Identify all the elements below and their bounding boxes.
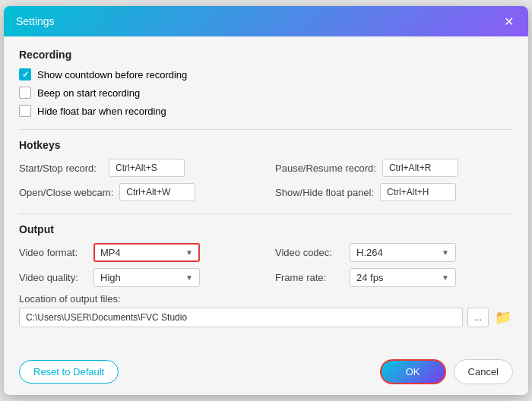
browse-dots-button[interactable]: ... [467, 308, 489, 327]
output-grid: Video format: MP4 ▼ Video codec: H.264 ▼… [19, 243, 513, 287]
output-section-title: Output [19, 223, 513, 235]
hotkey-row-2: Pause/Resume record: Ctrl+Alt+R [275, 159, 513, 177]
divider2 [19, 213, 513, 214]
recording-option3-label: Hide float bar when recording [37, 106, 166, 117]
recording-section-title: Recording [19, 49, 513, 61]
hotkeys-section-title: Hotkeys [19, 139, 513, 151]
hotkey-label-4: Show/Hide float panel: [275, 187, 374, 198]
frame-rate-select[interactable]: 24 fps ▼ [350, 268, 456, 287]
video-codec-value: H.264 [356, 247, 383, 258]
dialog-title: Settings [16, 15, 55, 27]
hotkey-row-3: Open/Close webcam: Ctrl+Alt+W [19, 183, 257, 201]
location-input[interactable]: C:\Users\USER\Documents\FVC Studio [19, 308, 463, 327]
reset-button[interactable]: Reset to Default [19, 360, 119, 384]
hotkey-input-4[interactable]: Ctrl+Alt+H [380, 183, 456, 201]
frame-rate-label: Frame rate: [275, 272, 344, 283]
video-format-row: Video format: MP4 ▼ [19, 243, 257, 262]
hotkey-label-3: Open/Close webcam: [19, 187, 113, 198]
hotkey-input-1[interactable]: Ctrl+Alt+S [109, 159, 185, 177]
output-section: Output Video format: MP4 ▼ Video codec: … [19, 223, 513, 327]
location-label: Location of output files: [19, 293, 513, 305]
video-codec-row: Video codec: H.264 ▼ [275, 243, 513, 262]
ok-button[interactable]: OK [380, 359, 446, 384]
cancel-button[interactable]: Cancel [454, 359, 513, 384]
frame-rate-value: 24 fps [356, 272, 383, 283]
recording-option1-row: Show countdown before recording [19, 68, 513, 81]
hotkey-input-3[interactable]: Ctrl+Alt+W [119, 183, 195, 201]
video-format-value: MP4 [100, 247, 121, 258]
recording-option2-row: Beep on start recording [19, 87, 513, 99]
hotkey-label-1: Start/Stop record: [19, 163, 103, 174]
video-quality-arrow: ▼ [185, 273, 193, 282]
video-quality-select[interactable]: High ▼ [93, 268, 200, 287]
location-input-row: C:\Users\USER\Documents\FVC Studio ... 📁 [19, 308, 513, 327]
video-quality-label: Video quality: [19, 272, 87, 283]
recording-option1-label: Show countdown before recording [37, 69, 187, 81]
settings-dialog: Settings ✕ Recording Show countdown befo… [4, 6, 528, 395]
hotkey-input-2[interactable]: Ctrl+Alt+R [382, 159, 458, 177]
dialog-footer: Reset to Default OK Cancel [4, 352, 528, 395]
divider1 [19, 129, 513, 130]
video-quality-row: Video quality: High ▼ [19, 268, 257, 287]
hotkeys-section: Hotkeys Start/Stop record: Ctrl+Alt+S Pa… [19, 139, 513, 201]
recording-option1-checkbox[interactable] [19, 68, 31, 81]
video-codec-label: Video codec: [275, 247, 344, 258]
title-bar: Settings ✕ [4, 6, 528, 36]
video-format-arrow: ▼ [185, 248, 193, 257]
recording-option2-label: Beep on start recording [37, 87, 140, 99]
video-quality-value: High [100, 272, 121, 283]
hotkeys-grid: Start/Stop record: Ctrl+Alt+S Pause/Resu… [19, 159, 513, 201]
recording-section: Recording Show countdown before recordin… [19, 49, 513, 117]
hotkey-row-4: Show/Hide float panel: Ctrl+Alt+H [275, 183, 513, 201]
video-codec-arrow: ▼ [442, 248, 449, 257]
recording-option3-row: Hide float bar when recording [19, 105, 513, 117]
video-codec-select[interactable]: H.264 ▼ [350, 243, 456, 262]
close-button[interactable]: ✕ [501, 14, 516, 29]
footer-right: OK Cancel [380, 359, 513, 384]
frame-rate-arrow: ▼ [442, 273, 449, 282]
hotkey-label-2: Pause/Resume record: [275, 163, 376, 174]
folder-icon-button[interactable]: 📁 [493, 308, 513, 327]
recording-option2-checkbox[interactable] [19, 87, 31, 99]
hotkey-row-1: Start/Stop record: Ctrl+Alt+S [19, 159, 257, 177]
frame-rate-row: Frame rate: 24 fps ▼ [275, 268, 513, 287]
recording-option3-checkbox[interactable] [19, 105, 31, 117]
video-format-label: Video format: [19, 247, 87, 258]
video-format-select[interactable]: MP4 ▼ [93, 243, 200, 262]
location-row: Location of output files: C:\Users\USER\… [19, 293, 513, 327]
dialog-content: Recording Show countdown before recordin… [4, 36, 528, 352]
